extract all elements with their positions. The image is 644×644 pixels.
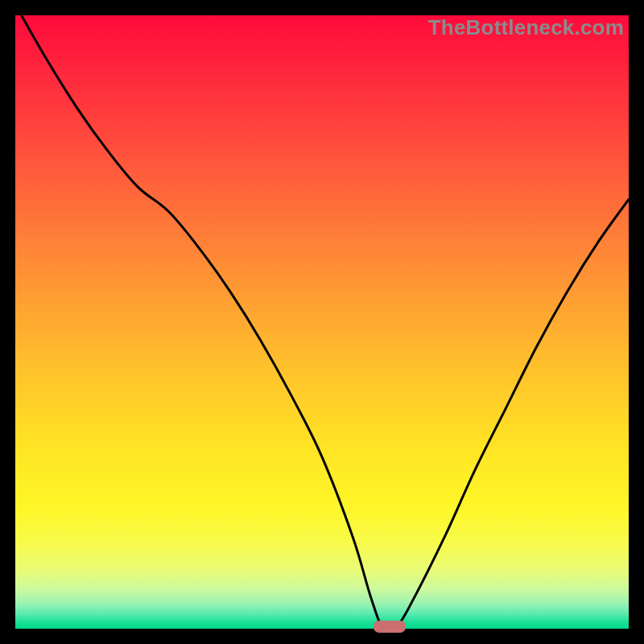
- chart-frame: TheBottleneck.com: [15, 15, 629, 629]
- optimum-marker: [374, 621, 406, 633]
- watermark-label: TheBottleneck.com: [428, 15, 624, 40]
- gradient-background: [15, 15, 629, 629]
- bottleneck-chart: [15, 15, 629, 629]
